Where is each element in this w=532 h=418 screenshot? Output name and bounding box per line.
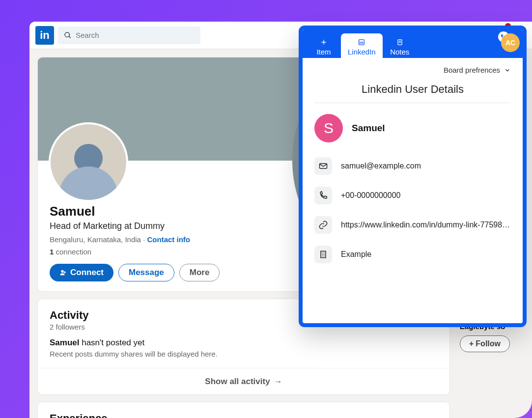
email-value: samuel@example.com bbox=[341, 162, 421, 170]
chevron-down-icon bbox=[504, 67, 511, 74]
connect-label: Connect bbox=[70, 268, 104, 278]
plus-icon: + bbox=[469, 339, 474, 348]
user-name: Samuel bbox=[352, 123, 385, 134]
url-value: https://www.linkedin.com/in/dummy-link-7… bbox=[341, 221, 511, 229]
follow-button[interactable]: + Follow bbox=[460, 335, 510, 352]
extension-user-avatar[interactable]: AC bbox=[501, 33, 520, 52]
profile-avatar[interactable] bbox=[49, 122, 128, 202]
detail-phone[interactable]: +00-0000000000 bbox=[314, 187, 511, 204]
board-preferences[interactable]: Board prefrences bbox=[314, 66, 511, 74]
show-all-label: Show all activity bbox=[205, 377, 270, 387]
experience-heading: Experience bbox=[50, 412, 438, 418]
tab-notes[interactable]: Notes bbox=[383, 33, 417, 58]
search-icon bbox=[64, 31, 72, 39]
tab-linkedin-label: LinkedIn bbox=[348, 48, 376, 56]
tab-linkedin[interactable]: LinkedIn bbox=[341, 33, 383, 58]
extension-body: Board prefrences Linkedin User Details S… bbox=[303, 58, 523, 283]
follow-label: Follow bbox=[476, 339, 501, 348]
no-posts-line: Samuel hasn't posted yet bbox=[50, 338, 438, 348]
tab-item-label: Item bbox=[316, 48, 331, 56]
search-box[interactable] bbox=[58, 27, 200, 44]
experience-card: Experience Head of Marketing bbox=[37, 402, 450, 418]
connect-icon bbox=[59, 269, 67, 277]
user-initial-avatar: S bbox=[314, 114, 343, 142]
search-input[interactable] bbox=[76, 31, 195, 39]
plus-icon bbox=[320, 38, 328, 46]
message-button[interactable]: Message bbox=[118, 264, 174, 281]
connect-button[interactable]: Connect bbox=[50, 264, 113, 281]
user-header: S Samuel bbox=[314, 114, 511, 142]
connections-label: connection bbox=[54, 248, 91, 256]
notes-icon bbox=[396, 38, 404, 46]
show-all-activity[interactable]: Show all activity → bbox=[38, 368, 449, 394]
extension-tab-bar: Item LinkedIn Notes AC bbox=[303, 29, 523, 58]
tab-notes-label: Notes bbox=[390, 48, 409, 56]
app-frame: in Home My bbox=[0, 0, 532, 418]
linkedin-logo[interactable]: in bbox=[35, 26, 54, 45]
detail-url[interactable]: https://www.linkedin.com/in/dummy-link-7… bbox=[314, 216, 511, 234]
extension-title: Linkedin User Details bbox=[314, 83, 511, 103]
board-pref-label: Board prefrences bbox=[444, 66, 500, 74]
arrow-right-icon: → bbox=[274, 377, 282, 387]
mail-icon bbox=[314, 157, 332, 175]
link-icon bbox=[314, 216, 332, 234]
svg-point-2 bbox=[61, 270, 63, 273]
company-value: Example bbox=[341, 250, 371, 259]
linkedin-icon bbox=[358, 38, 365, 46]
tab-item[interactable]: Item bbox=[307, 33, 341, 58]
detail-email[interactable]: samuel@example.com bbox=[314, 157, 511, 175]
contact-info-link[interactable]: Contact info bbox=[147, 235, 190, 244]
phone-icon bbox=[314, 187, 332, 204]
extension-popup: Item LinkedIn Notes AC Board prefrences … bbox=[299, 26, 527, 327]
svg-rect-6 bbox=[321, 251, 326, 257]
phone-value: +00-0000000000 bbox=[341, 191, 400, 200]
no-posts-sub: Recent posts dummy shares will be displa… bbox=[50, 350, 438, 358]
profile-location: Bengaluru, Karnataka, India bbox=[50, 235, 141, 244]
more-button[interactable]: More bbox=[179, 264, 220, 281]
building-icon bbox=[314, 246, 332, 263]
detail-company[interactable]: Example bbox=[314, 246, 511, 263]
